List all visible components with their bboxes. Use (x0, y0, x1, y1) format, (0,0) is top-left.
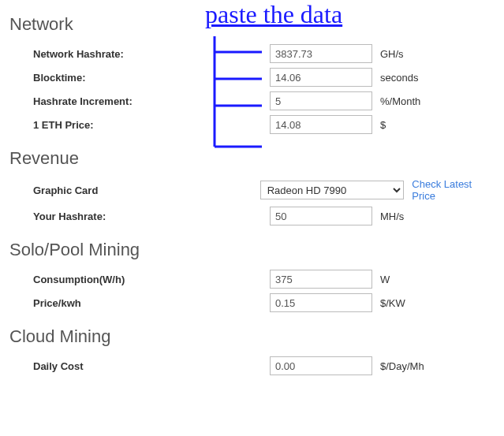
row-consumption: Consumption(W/h) W (9, 270, 495, 289)
input-consumption[interactable] (270, 270, 372, 289)
label-graphic-card: Graphic Card (33, 184, 260, 196)
input-daily-cost[interactable] (270, 356, 372, 375)
unit-price-kwh: $/KW (380, 297, 405, 309)
input-eth-price[interactable] (270, 115, 372, 134)
row-your-hashrate: Your Hashrate: MH/s (9, 207, 495, 225)
unit-daily-cost: $/Day/Mh (380, 360, 424, 372)
label-network-hashrate: Network Hashrate: (33, 48, 270, 60)
row-graphic-card: Graphic Card Radeon HD 7990 Check Latest… (9, 178, 495, 202)
row-daily-cost: Daily Cost $/Day/Mh (9, 356, 495, 375)
row-price-kwh: Price/kwh $/KW (9, 293, 495, 312)
link-check-price[interactable]: Check Latest Price (412, 178, 495, 202)
label-daily-cost: Daily Cost (33, 360, 270, 372)
row-eth-price: 1 ETH Price: $ (9, 115, 495, 134)
unit-your-hashrate: MH/s (380, 211, 404, 222)
label-consumption: Consumption(W/h) (33, 274, 270, 285)
unit-eth-price: $ (380, 119, 386, 131)
section-title-revenue: Revenue (9, 148, 495, 169)
label-eth-price: 1 ETH Price: (33, 119, 270, 131)
unit-consumption: W (380, 274, 390, 285)
section-title-cloud: Cloud Mining (9, 326, 495, 347)
input-your-hashrate[interactable] (270, 207, 372, 225)
label-price-kwh: Price/kwh (33, 297, 270, 309)
select-graphic-card[interactable]: Radeon HD 7990 (260, 181, 405, 199)
input-network-hashrate[interactable] (270, 44, 372, 63)
unit-blocktime: seconds (380, 72, 418, 84)
section-title-solo-pool: Solo/Pool Mining (9, 240, 495, 260)
label-blocktime: Blocktime: (33, 72, 270, 84)
unit-hashrate-increment: %/Month (380, 95, 420, 107)
label-your-hashrate: Your Hashrate: (33, 211, 270, 222)
input-blocktime[interactable] (270, 68, 372, 87)
unit-network-hashrate: GH/s (380, 48, 404, 60)
row-network-hashrate: Network Hashrate: GH/s (9, 44, 495, 63)
input-price-kwh[interactable] (270, 293, 372, 312)
input-hashrate-increment[interactable] (270, 91, 372, 110)
label-hashrate-increment: Hashrate Increment: (33, 95, 270, 107)
row-blocktime: Blocktime: seconds (9, 68, 495, 87)
section-title-network: Network (9, 14, 495, 35)
row-hashrate-increment: Hashrate Increment: %/Month (9, 91, 495, 110)
